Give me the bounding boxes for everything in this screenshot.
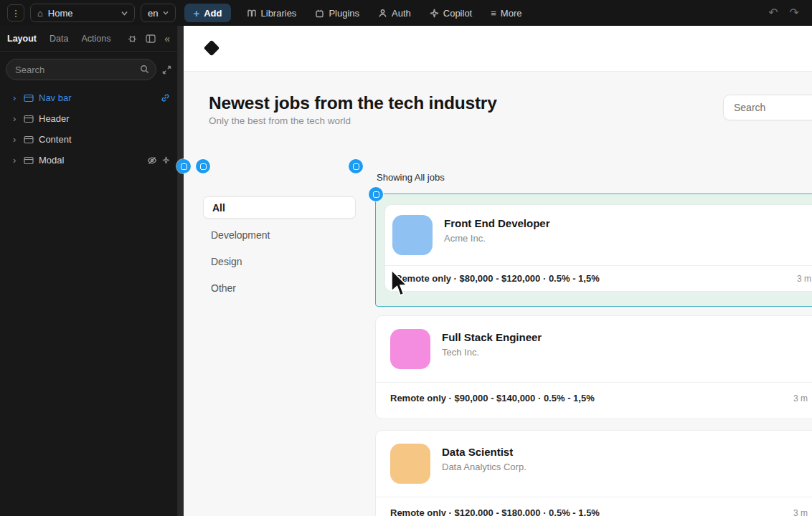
box-component-icon <box>24 115 34 123</box>
home-icon: ⌂ <box>37 9 43 18</box>
canvas-gutter <box>178 26 184 516</box>
company-avatar <box>390 444 430 484</box>
job-details: Remote only · $80,000 - $120,000 · 0.5% … <box>395 273 600 284</box>
redo-icon[interactable]: ↷ <box>790 7 799 19</box>
job-posted-label: 3 m <box>793 508 808 516</box>
site-logo-diamond-icon[interactable] <box>204 40 220 57</box>
job-title[interactable]: Full Stack Engineer <box>442 331 542 343</box>
add-button[interactable]: + Add <box>184 4 230 22</box>
toolbar-item-copilot[interactable]: Copilot <box>430 8 472 19</box>
locale-label: en <box>148 8 158 19</box>
tree-item-content[interactable]: › Content <box>0 129 177 150</box>
tree-item-label: Header <box>39 113 70 124</box>
sidebar-search-input[interactable] <box>6 59 156 80</box>
toolbar-item-label: Plugins <box>329 8 359 19</box>
main-menu-button[interactable]: ⋮ <box>7 4 24 22</box>
expand-tree-icon[interactable] <box>162 65 171 75</box>
chevron-down-icon <box>163 11 169 15</box>
person-icon <box>378 9 387 18</box>
category-item-design[interactable]: Design <box>211 256 242 267</box>
company-avatar <box>392 215 433 255</box>
job-company: Tech Inc. <box>442 347 542 358</box>
toolbar-item-label: Libraries <box>261 8 297 19</box>
plus-icon: + <box>193 8 199 19</box>
category-item-all[interactable]: All <box>203 196 356 219</box>
selected-element-outline[interactable]: Front End Developer Acme Inc. Remote onl… <box>375 194 812 307</box>
navbar-component-icon <box>24 94 34 102</box>
category-item-development[interactable]: Development <box>211 229 270 241</box>
navigator-tree: › Nav bar › Header › Content › Modal <box>0 87 177 171</box>
toolbar-item-label: Copilot <box>443 8 472 19</box>
page-title[interactable]: Newest jobs from the tech industry <box>209 93 497 113</box>
box-component-icon <box>24 135 34 144</box>
category-item-other[interactable]: Other <box>211 282 236 294</box>
kebab-menu-icon: ⋮ <box>11 8 21 19</box>
toolbar-nav: Libraries Plugins Auth Copilot ≡ More <box>247 8 522 19</box>
job-card[interactable]: Front End Developer Acme Inc. Remote onl… <box>384 204 812 292</box>
job-company: Data Analytics Corp. <box>442 462 527 472</box>
chevron-right-icon[interactable]: › <box>13 155 19 166</box>
page-selector-label: Home <box>48 8 73 19</box>
job-title[interactable]: Data Scientist <box>442 446 527 458</box>
undo-icon[interactable]: ↶ <box>768 7 778 19</box>
job-card[interactable]: Data Scientist Data Analytics Corp. Remo… <box>375 430 812 516</box>
left-sidebar: Layout Data Actions « › Nav bar <box>0 26 178 516</box>
tree-item-header[interactable]: › Header <box>0 108 177 129</box>
tree-item-label: Nav bar <box>39 92 72 103</box>
search-icon <box>140 64 149 74</box>
sidebar-tabs: Layout Data Actions « <box>0 26 177 52</box>
job-posted-label: 3 m <box>793 393 808 403</box>
job-details: Remote only · $120,000 - $180,000 · 0.5%… <box>390 507 600 516</box>
eye-off-icon[interactable] <box>147 156 157 165</box>
page-subtitle[interactable]: Only the best from the tech world <box>209 115 351 126</box>
toolbar-item-auth[interactable]: Auth <box>378 8 411 19</box>
category-label: All <box>212 202 225 214</box>
collapse-panel-icon[interactable]: « <box>164 33 170 44</box>
plugin-icon <box>315 9 324 18</box>
selection-handle[interactable] <box>349 159 363 173</box>
job-card[interactable]: Full Stack Engineer Tech Inc. Remote onl… <box>375 315 812 419</box>
toolbar-item-plugins[interactable]: Plugins <box>315 8 359 19</box>
tab-actions[interactable]: Actions <box>81 34 110 44</box>
top-toolbar: ⋮ ⌂ Home en + Add Libraries Plugins Auth… <box>0 0 812 26</box>
tab-layout[interactable]: Layout <box>7 34 37 44</box>
tree-item-label: Content <box>39 134 72 145</box>
selection-handle[interactable] <box>369 187 383 201</box>
job-title[interactable]: Front End Developer <box>444 217 550 229</box>
job-company: Acme Inc. <box>444 233 550 244</box>
toolbar-item-libraries[interactable]: Libraries <box>247 8 297 19</box>
bug-icon[interactable] <box>128 34 137 43</box>
company-avatar <box>390 329 430 369</box>
tree-item-nav-bar[interactable]: › Nav bar <box>0 87 177 108</box>
job-posted-label: 3 m <box>797 274 811 284</box>
page-selector-dropdown[interactable]: ⌂ Home <box>30 4 135 22</box>
tree-item-label: Modal <box>39 155 64 166</box>
chevron-right-icon[interactable]: › <box>13 92 19 103</box>
tab-data[interactable]: Data <box>49 34 68 44</box>
chevron-down-icon <box>121 11 128 16</box>
toolbar-item-more[interactable]: ≡ More <box>491 8 521 19</box>
selection-handle[interactable] <box>196 159 210 173</box>
site-navbar[interactable] <box>184 26 812 72</box>
add-button-label: Add <box>204 8 222 19</box>
book-icon <box>247 9 257 18</box>
canvas-page: Newest jobs from the tech industry Only … <box>184 26 812 516</box>
link-icon <box>161 93 170 102</box>
box-component-icon <box>24 156 34 165</box>
tree-item-modal[interactable]: › Modal <box>0 150 177 171</box>
hamburger-icon: ≡ <box>491 9 496 18</box>
expression-icon[interactable] <box>162 156 170 164</box>
jobs-search-input[interactable] <box>723 95 812 120</box>
chevron-right-icon[interactable]: › <box>13 113 19 124</box>
selection-handle[interactable] <box>176 159 191 173</box>
toolbar-item-label: More <box>501 8 522 19</box>
toolbar-item-label: Auth <box>392 8 411 19</box>
sparkle-icon <box>430 9 439 18</box>
sidebar-search <box>6 59 156 80</box>
panel-icon[interactable] <box>146 34 156 43</box>
locale-dropdown[interactable]: en <box>141 4 176 22</box>
chevron-right-icon[interactable]: › <box>13 134 19 145</box>
showing-jobs-label[interactable]: Showing All jobs <box>377 172 445 183</box>
job-details: Remote only · $90,000 - $140,000 · 0.5% … <box>390 393 595 403</box>
